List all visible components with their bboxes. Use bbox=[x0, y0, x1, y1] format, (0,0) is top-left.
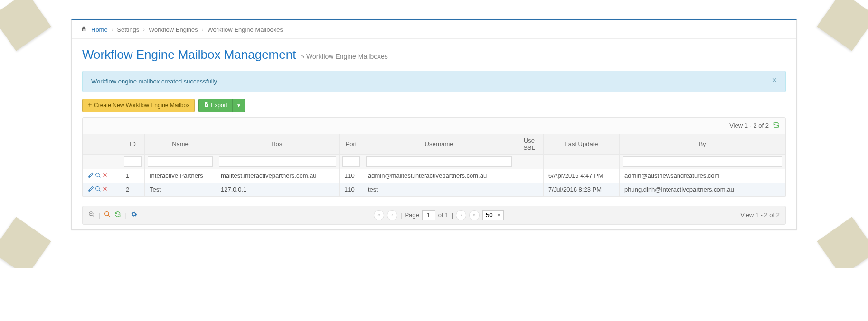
prev-page-icon[interactable]: ‹ bbox=[387, 210, 397, 220]
chevron-right-icon: › bbox=[143, 27, 145, 32]
divider: | bbox=[125, 211, 126, 219]
chevron-right-icon: › bbox=[112, 27, 113, 32]
toolbar: Create New Workflow Engine Mailbox Expor… bbox=[82, 99, 786, 117]
search-icon[interactable] bbox=[104, 211, 111, 219]
chevron-right-icon: › bbox=[202, 27, 204, 32]
breadcrumb-item[interactable]: Workflow Engines bbox=[149, 26, 198, 33]
page-label: Page bbox=[405, 211, 419, 219]
cell-usessl bbox=[515, 183, 544, 196]
divider: | bbox=[451, 211, 453, 219]
breadcrumb-item-current: Workflow Engine Mailboxes bbox=[208, 26, 283, 33]
reload-icon[interactable] bbox=[114, 211, 121, 219]
delete-row-button[interactable] bbox=[102, 172, 108, 180]
view-summary-top: View 1 - 2 of 2 bbox=[729, 122, 769, 129]
cell-by: admin@austnewsandfeatures.com bbox=[620, 169, 785, 183]
create-mailbox-button[interactable]: Create New Workflow Engine Mailbox bbox=[82, 99, 195, 112]
col-port[interactable]: Port bbox=[340, 134, 363, 154]
filter-name[interactable] bbox=[148, 156, 213, 167]
data-grid-panel: View 1 - 2 of 2 ID Name Host Port Use bbox=[82, 117, 786, 197]
svg-point-4 bbox=[96, 186, 100, 190]
cell-lastupdate: 6/Apr/2016 4:47 PM bbox=[544, 169, 620, 183]
cell-name: Interactive Partners bbox=[145, 169, 216, 183]
breadcrumb-item[interactable]: Settings bbox=[117, 26, 139, 33]
svg-line-5 bbox=[99, 190, 101, 191]
svg-point-11 bbox=[105, 212, 109, 216]
page-title: Workflow Engine Mailbox Management bbox=[82, 47, 296, 62]
edit-row-button[interactable] bbox=[88, 172, 94, 180]
filter-host[interactable] bbox=[219, 156, 336, 167]
decorative-tape bbox=[0, 0, 51, 51]
page-size-select[interactable]: 50 bbox=[482, 210, 504, 220]
edit-row-button[interactable] bbox=[88, 186, 94, 193]
filter-by[interactable] bbox=[623, 156, 782, 167]
delete-row-button[interactable] bbox=[102, 186, 108, 193]
cell-lastupdate: 7/Jul/2016 8:23 PM bbox=[544, 183, 620, 196]
divider: | bbox=[400, 211, 402, 219]
cell-port: 110 bbox=[340, 169, 363, 183]
cell-id: 2 bbox=[121, 183, 145, 196]
col-name[interactable]: Name bbox=[145, 134, 216, 154]
decorative-tape bbox=[0, 217, 51, 268]
svg-line-10 bbox=[93, 216, 94, 217]
page-of-label: of 1 bbox=[438, 211, 449, 219]
home-icon bbox=[80, 25, 87, 34]
filter-port[interactable] bbox=[342, 156, 360, 167]
svg-point-0 bbox=[96, 173, 100, 176]
table-row: 1Interactive Partnersmailtest.interactiv… bbox=[83, 169, 785, 183]
close-icon[interactable]: × bbox=[769, 75, 780, 86]
export-button-label: Export bbox=[211, 101, 227, 110]
page-input[interactable] bbox=[422, 210, 435, 220]
col-lastupdate[interactable]: Last Update bbox=[544, 134, 620, 154]
grid-footer: | | « ‹ | Page bbox=[82, 206, 786, 225]
cell-port: 110 bbox=[340, 183, 363, 196]
file-export-icon bbox=[204, 101, 209, 110]
success-alert: Workflow engine mailbox created successf… bbox=[82, 71, 786, 92]
decorative-tape bbox=[817, 217, 868, 268]
cell-by: phung.dinh@interactivepartners.com.au bbox=[620, 183, 785, 196]
next-page-icon[interactable]: › bbox=[456, 210, 466, 220]
filter-username[interactable] bbox=[366, 156, 512, 167]
breadcrumb: Home › Settings › Workflow Engines › Wor… bbox=[72, 20, 796, 39]
gear-icon[interactable] bbox=[131, 211, 137, 219]
cell-id: 1 bbox=[121, 169, 145, 183]
col-usessl[interactable]: Use SSL bbox=[515, 134, 544, 154]
view-row-button[interactable] bbox=[95, 172, 101, 180]
caret-down-icon: ▼ bbox=[236, 103, 241, 108]
create-button-label: Create New Workflow Engine Mailbox bbox=[94, 101, 189, 110]
first-page-icon[interactable]: « bbox=[374, 210, 384, 220]
svg-line-1 bbox=[99, 176, 101, 177]
cell-username: test bbox=[363, 183, 515, 196]
cell-username: admin@mailtest.interactivepartners.com.a… bbox=[363, 169, 515, 183]
col-username[interactable]: Username bbox=[363, 134, 515, 154]
last-page-icon[interactable]: » bbox=[469, 210, 480, 220]
svg-line-12 bbox=[109, 216, 110, 217]
view-summary-bottom: View 1 - 2 of 2 bbox=[740, 211, 780, 219]
cell-host: mailtest.interactivepartners.com.au bbox=[216, 169, 340, 183]
cell-usessl bbox=[515, 169, 544, 183]
page-subtitle: » Workflow Engine Mailboxes bbox=[301, 53, 387, 60]
cell-name: Test bbox=[145, 183, 216, 196]
plus-icon bbox=[87, 101, 92, 110]
cell-host: 127.0.0.1 bbox=[216, 183, 340, 196]
export-button-group: Export ▼ bbox=[198, 99, 245, 112]
decorative-tape bbox=[817, 0, 868, 51]
col-actions bbox=[83, 134, 121, 154]
table-row: 2Test127.0.0.1110test7/Jul/2016 8:23 PMp… bbox=[83, 183, 785, 196]
refresh-icon[interactable] bbox=[773, 121, 780, 130]
divider: | bbox=[99, 211, 100, 219]
mailbox-table: ID Name Host Port Username Use SSL Last … bbox=[83, 134, 785, 197]
col-host[interactable]: Host bbox=[216, 134, 340, 154]
view-row-button[interactable] bbox=[95, 186, 101, 193]
export-button[interactable]: Export bbox=[198, 99, 233, 112]
col-id[interactable]: ID bbox=[121, 134, 145, 154]
export-dropdown-caret[interactable]: ▼ bbox=[233, 99, 245, 112]
breadcrumb-home[interactable]: Home bbox=[91, 26, 108, 33]
filter-id[interactable] bbox=[124, 156, 142, 167]
col-by[interactable]: By bbox=[620, 134, 785, 154]
zoom-out-icon[interactable] bbox=[88, 211, 95, 219]
alert-message: Workflow engine mailbox created successf… bbox=[91, 78, 218, 85]
